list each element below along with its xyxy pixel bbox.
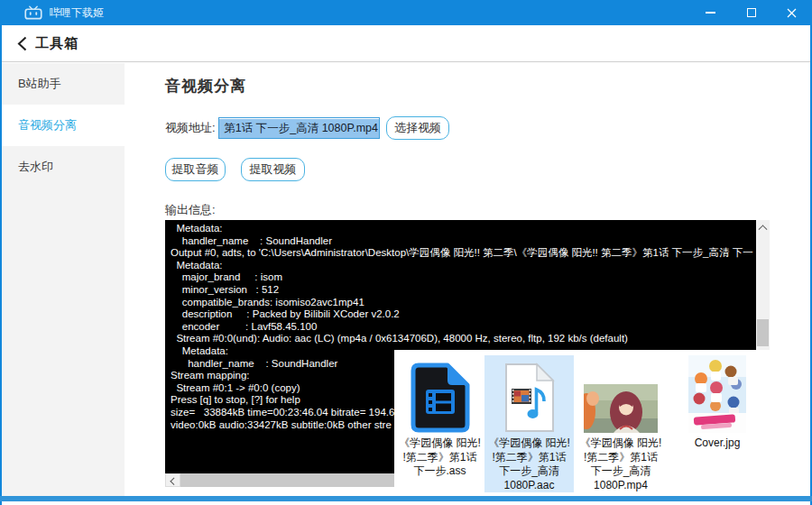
minimize-button[interactable] [690,0,731,25]
select-video-button[interactable]: 选择视频 [386,116,449,140]
extract-video-button[interactable]: 提取视频 [241,158,305,181]
video-path-input[interactable]: 季》第1话 下一步_高清 1080P.mp4 [218,117,380,139]
scroll-up-icon[interactable] [756,220,770,234]
extract-audio-button[interactable]: 提取音频 [165,158,226,181]
file-item-aac-selected[interactable]: 《学园偶像 阳光! !第二季》第1话 下一步_高清 1080P.aac [484,355,574,492]
file-item-ass[interactable]: 《学园偶像 阳光! !第二季》第1话 下一步.ass [397,355,483,479]
titlebar[interactable]: 哔哩下载姬 [0,0,812,25]
app-window: 哔哩下载姬 工具箱 B站助手 音视频分离 去水印 音视频分离 视频地址: [0,0,812,505]
vertical-scrollbar-thumb[interactable] [757,319,769,346]
file-name: 《学园偶像 阳光! !第二季》第1话 下一步.ass [397,436,483,479]
video-path-selected-text: 季》第1话 下一步_高清 1080P.mp4 [218,119,379,138]
window-border-bottom [0,496,812,501]
sidebar: B站助手 音视频分离 去水印 [2,63,125,496]
page-header: 工具箱 [2,25,810,62]
file-name: 《学园偶像 阳光! !第二季》第1话 下一步_高清 1080P.mp4 [579,436,662,492]
scroll-left-icon[interactable] [165,473,180,487]
file-name: 《学园偶像 阳光! !第二季》第1话 下一步_高清 1080P.aac [484,436,574,492]
page-title: 工具箱 [35,35,78,52]
audio-file-icon [503,363,557,433]
file-name: Cover.jpg [677,436,758,451]
file-item-mp4[interactable]: 《学园偶像 阳光! !第二季》第1话 下一步_高清 1080P.mp4 [579,355,662,492]
minimize-icon [706,12,715,14]
app-title: 哔哩下载姬 [50,5,104,21]
file-item-cover-jpg[interactable]: Cover.jpg [677,355,758,451]
file-explorer-panel: 《学园偶像 阳光! !第二季》第1话 下一步.ass [394,350,810,495]
subtitle-video-file-icon [411,363,470,433]
output-info-label: 输出信息: [165,202,216,218]
close-icon [787,8,797,18]
sidebar-item-remove-watermark[interactable]: 去水印 [2,146,125,188]
bilibili-tv-icon [24,5,42,20]
image-thumbnail [688,355,746,433]
sidebar-item-av-separation[interactable]: 音视频分离 [2,105,125,146]
window-controls [690,0,812,25]
window-border-left [0,25,2,505]
section-title: 音视频分离 [165,76,246,96]
back-button[interactable]: 工具箱 [17,35,78,52]
video-path-label: 视频地址: [165,117,216,139]
close-button[interactable] [771,0,812,25]
maximize-button[interactable] [731,0,771,25]
sidebar-item-bilibili-helper[interactable]: B站助手 [2,63,125,105]
video-thumbnail [584,384,658,433]
maximize-icon [747,8,756,17]
back-chevron-icon [17,36,27,51]
